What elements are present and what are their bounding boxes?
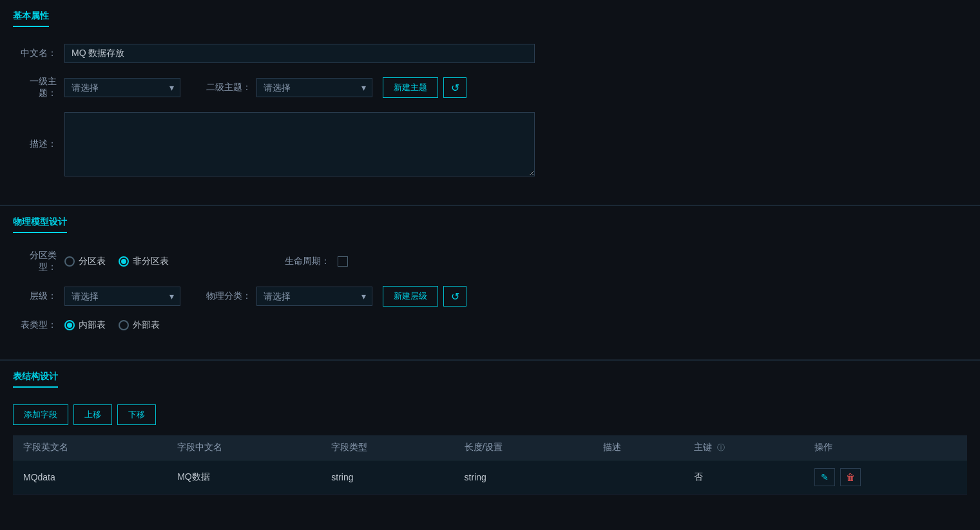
lifecycle-checkbox[interactable] xyxy=(338,256,348,267)
table-structure-section: 表结构设计 添加字段 上移 下移 字段英文名 字段中文名 字段类型 xyxy=(0,361,980,495)
description-textarea[interactable] xyxy=(64,112,535,176)
delete-icon: 🗑 xyxy=(846,472,855,482)
field-table: 字段英文名 字段中文名 字段类型 长度/设置 描述 主键 xyxy=(13,435,967,495)
cell-length-settings: string xyxy=(454,460,593,495)
external-table-label: 外部表 xyxy=(133,319,160,331)
table-type-radio-group: 内部表 外部表 xyxy=(64,319,160,331)
add-field-button[interactable]: 添加字段 xyxy=(13,404,68,425)
new-level-button[interactable]: 新建层级 xyxy=(383,286,438,307)
table-type-row: 表类型： 内部表 外部表 xyxy=(13,319,967,331)
primary-topic-wrapper: 请选择 xyxy=(64,78,180,97)
move-up-button[interactable]: 上移 xyxy=(73,404,112,425)
edit-field-button[interactable]: ✎ xyxy=(814,468,835,486)
basic-section-title: 基本属性 xyxy=(13,10,49,27)
level-row: 层级： 请选择 物理分类： 请选择 新建层级 ↺ xyxy=(13,286,967,307)
table-toolbar: 添加字段 上移 下移 xyxy=(13,404,967,425)
cell-field-type: string xyxy=(321,460,454,495)
physical-section-title: 物理模型设计 xyxy=(13,216,67,233)
secondary-topic-select[interactable]: 请选择 xyxy=(256,78,372,97)
refresh-level-button[interactable]: ↺ xyxy=(443,286,466,307)
internal-table-label: 内部表 xyxy=(79,319,106,331)
basic-section-title-bar: 基本属性 xyxy=(13,10,967,28)
page-container: 基本属性 中文名： 一级主题： 请选择 二级主题： 请选择 新建主题 ↺ xyxy=(0,0,980,530)
refresh-level-icon: ↺ xyxy=(451,290,459,303)
physical-model-section: 物理模型设计 分区类型： 分区表 非分区表 生命周期： 层级： xyxy=(0,206,980,360)
partition-table-radio-circle xyxy=(64,256,75,267)
internal-table-radio-circle xyxy=(64,320,75,330)
table-structure-title: 表结构设计 xyxy=(13,371,58,388)
chinese-name-label: 中文名： xyxy=(13,48,64,59)
cell-field-english-name: MQdata xyxy=(13,460,167,495)
cell-operations: ✎ 🗑 xyxy=(804,460,967,495)
secondary-topic-label: 二级主题： xyxy=(206,82,251,93)
partition-type-row: 分区类型： 分区表 非分区表 生命周期： xyxy=(13,250,967,273)
partition-table-radio[interactable]: 分区表 xyxy=(64,256,106,267)
table-type-label: 表类型： xyxy=(13,319,64,331)
physical-category-select[interactable]: 请选择 xyxy=(256,287,372,306)
internal-table-radio[interactable]: 内部表 xyxy=(64,319,106,331)
col-field-type: 字段类型 xyxy=(321,435,454,460)
non-partition-table-radio-circle xyxy=(119,256,129,267)
col-field-english-name: 字段英文名 xyxy=(13,435,167,460)
non-partition-table-radio[interactable]: 非分区表 xyxy=(119,256,169,267)
secondary-topic-wrapper: 请选择 xyxy=(256,78,372,97)
basic-properties-section: 基本属性 中文名： 一级主题： 请选择 二级主题： 请选择 新建主题 ↺ xyxy=(0,0,980,205)
primary-topic-select[interactable]: 请选择 xyxy=(64,78,180,97)
move-down-button[interactable]: 下移 xyxy=(117,404,156,425)
cell-primary-key: 否 xyxy=(684,460,804,495)
delete-field-button[interactable]: 🗑 xyxy=(840,468,861,486)
chinese-name-row: 中文名： xyxy=(13,44,967,63)
table-header-row: 字段英文名 字段中文名 字段类型 长度/设置 描述 主键 xyxy=(13,435,967,460)
lifecycle-label: 生命周期： xyxy=(285,256,330,267)
description-row: 描述： xyxy=(13,112,967,176)
primary-key-info-icon: ⓘ xyxy=(717,443,725,452)
col-field-chinese-name: 字段中文名 xyxy=(167,435,321,460)
physical-category-select-wrapper: 请选择 xyxy=(256,287,372,306)
topic-row: 一级主题： 请选择 二级主题： 请选择 新建主题 ↺ xyxy=(13,76,967,99)
col-primary-key: 主键 ⓘ xyxy=(684,435,804,460)
partition-table-label: 分区表 xyxy=(79,256,106,267)
new-topic-button[interactable]: 新建主题 xyxy=(383,77,438,98)
level-select-wrapper: 请选择 xyxy=(64,287,180,306)
physical-section-title-bar: 物理模型设计 xyxy=(13,216,967,234)
external-table-radio[interactable]: 外部表 xyxy=(119,319,160,331)
level-select[interactable]: 请选择 xyxy=(64,287,180,306)
table-row: MQdata MQ数据 string string 否 xyxy=(13,460,967,495)
cell-field-chinese-name: MQ数据 xyxy=(167,460,321,495)
physical-category-label: 物理分类： xyxy=(206,290,251,302)
primary-topic-label: 一级主题： xyxy=(13,76,64,99)
col-operations: 操作 xyxy=(804,435,967,460)
partition-type-radio-group: 分区表 非分区表 xyxy=(64,256,169,267)
non-partition-table-label: 非分区表 xyxy=(133,256,169,267)
cell-description xyxy=(593,460,684,495)
level-label: 层级： xyxy=(13,290,64,302)
partition-type-label: 分区类型： xyxy=(13,250,64,273)
refresh-topic-button[interactable]: ↺ xyxy=(443,77,466,98)
col-description: 描述 xyxy=(593,435,684,460)
refresh-topic-icon: ↺ xyxy=(451,82,459,94)
table-structure-title-bar: 表结构设计 xyxy=(13,371,967,389)
external-table-radio-circle xyxy=(119,320,129,330)
chinese-name-input[interactable] xyxy=(64,44,535,63)
description-label: 描述： xyxy=(13,138,64,150)
col-length-settings: 长度/设置 xyxy=(454,435,593,460)
edit-icon: ✎ xyxy=(821,472,829,482)
